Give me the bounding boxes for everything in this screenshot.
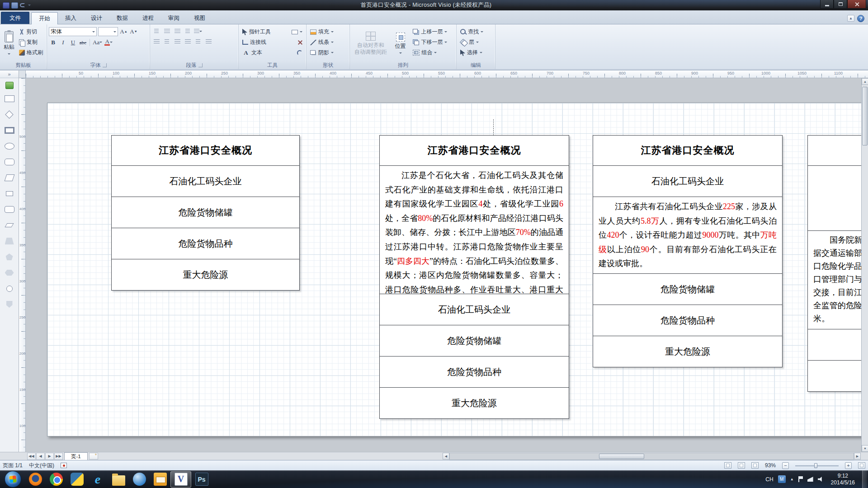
font-size-combo[interactable] bbox=[98, 27, 118, 36]
diagram-box[interactable]: 危险货物品种 bbox=[593, 305, 783, 336]
volume-icon[interactable] bbox=[818, 477, 824, 482]
page-indicator[interactable]: 页面 1/1 bbox=[3, 462, 23, 469]
last-page-button[interactable]: ▶▶ bbox=[54, 453, 63, 460]
network-icon[interactable] bbox=[807, 477, 813, 482]
diagram-text-box[interactable]: 江苏省共有石油化工码头企业225家，涉及从业人员大约5.8万人，拥有专业化石油化… bbox=[593, 197, 783, 274]
diagram-title-box[interactable]: 江苏省港口安全概况 bbox=[111, 135, 300, 166]
tab-view[interactable]: 视图 bbox=[187, 13, 212, 24]
language-status[interactable]: 中文(中国) bbox=[29, 462, 54, 469]
text-direction-button[interactable] bbox=[183, 27, 192, 36]
diagram-box[interactable] bbox=[807, 329, 868, 361]
callout-shape[interactable] bbox=[0, 154, 19, 170]
horizontal-scroll-track[interactable] bbox=[449, 453, 854, 460]
stencil-document-icon[interactable] bbox=[5, 82, 14, 89]
scroll-up-arrow[interactable]: ▲ bbox=[862, 78, 868, 85]
taskbar-thunderbird[interactable] bbox=[129, 471, 150, 488]
scroll-left-arrow[interactable]: ◀ bbox=[443, 453, 449, 460]
slanted-bar-shape[interactable] bbox=[0, 217, 19, 233]
diagram-box[interactable]: 危险货物储罐 bbox=[379, 325, 569, 357]
diagram-box[interactable]: 重大危险源 bbox=[379, 387, 569, 419]
pan-zoom-view-icon[interactable] bbox=[738, 462, 745, 469]
tab-data[interactable]: 数据 bbox=[109, 13, 135, 24]
vertical-scrollbar[interactable]: ▲ ▼ bbox=[861, 78, 868, 452]
diagram-box[interactable]: 危险货物储罐 bbox=[593, 273, 783, 305]
change-case-button[interactable]: Aa bbox=[92, 38, 103, 47]
taskbar-photoshop[interactable]: Ps bbox=[191, 471, 212, 488]
tab-insert[interactable]: 插入 bbox=[58, 13, 84, 24]
drawing-canvas[interactable]: 江苏省港口安全概况 石油化工码头企业 危险货物储罐 危险货物品种 重大危险源 江… bbox=[26, 78, 868, 452]
previous-page-button[interactable]: ◀ bbox=[36, 453, 45, 460]
diagram-box[interactable] bbox=[807, 135, 868, 166]
diagram-box[interactable]: 重大危险源 bbox=[593, 336, 783, 367]
horizontal-ruler[interactable]: 5010015020025030035040045050055060065070… bbox=[26, 70, 868, 78]
circle-shape[interactable] bbox=[0, 281, 19, 296]
trapezoid-shape[interactable] bbox=[0, 233, 19, 249]
align-top-button[interactable] bbox=[193, 38, 203, 46]
taskbar-outlook[interactable] bbox=[150, 471, 170, 488]
diagram-box[interactable]: 危险货物品种 bbox=[111, 228, 300, 259]
parallelogram-shape[interactable] bbox=[0, 170, 19, 186]
page-tab[interactable]: 页-1 bbox=[64, 452, 88, 460]
tab-process[interactable]: 进程 bbox=[135, 13, 161, 24]
bring-forward-button[interactable]: 上移一层 bbox=[411, 27, 454, 37]
visio-app-icon[interactable] bbox=[3, 2, 9, 9]
hexagon-shape[interactable] bbox=[0, 265, 19, 281]
horizontal-scrollbar[interactable]: ◀ ▶ bbox=[443, 452, 861, 460]
zoom-out-button[interactable]: − bbox=[782, 462, 789, 469]
action-center-icon[interactable] bbox=[798, 476, 803, 482]
switch-windows-icon[interactable] bbox=[751, 462, 759, 469]
bullets-button[interactable] bbox=[152, 27, 161, 36]
rectangle-tool-button[interactable] bbox=[290, 29, 304, 35]
rounded-rectangle-shape[interactable] bbox=[0, 202, 19, 217]
diagram-title-box[interactable]: 江苏省港口安全概况 bbox=[593, 135, 783, 166]
minimize-button[interactable] bbox=[820, 0, 834, 9]
ime-icon[interactable]: M bbox=[778, 475, 786, 483]
layers-button[interactable]: 层 bbox=[458, 38, 493, 47]
zoom-level[interactable]: 93% bbox=[765, 462, 776, 469]
align-center-button[interactable] bbox=[162, 38, 171, 46]
tab-review[interactable]: 审阅 bbox=[161, 13, 187, 24]
vertical-ruler[interactable]: 50045040035030025020015010050 bbox=[19, 78, 26, 452]
connector-tool-button[interactable]: 连接线 bbox=[241, 38, 268, 47]
show-desktop-button[interactable] bbox=[862, 470, 867, 488]
diamond-shape[interactable] bbox=[0, 107, 19, 122]
shadow-button[interactable]: 阴影 bbox=[308, 48, 348, 57]
group-button[interactable]: 组合 bbox=[411, 48, 454, 57]
cut-button[interactable]: 剪切 bbox=[17, 27, 45, 37]
hidden-icons-chevron-icon[interactable]: ▲ bbox=[790, 477, 794, 481]
fit-window-icon[interactable] bbox=[858, 462, 865, 469]
small-rectangle-shape[interactable] bbox=[0, 186, 19, 202]
ellipse-shape[interactable] bbox=[0, 138, 19, 154]
underline-button[interactable]: U bbox=[69, 38, 77, 47]
align-left-button[interactable] bbox=[152, 38, 161, 46]
zoom-slider[interactable] bbox=[795, 462, 839, 469]
grow-font-button[interactable]: A▲ bbox=[119, 28, 128, 36]
shrink-font-button[interactable]: A▼ bbox=[129, 28, 138, 36]
position-button[interactable]: 位置 bbox=[391, 26, 410, 61]
copy-button[interactable]: 复制 bbox=[17, 38, 45, 47]
diagram-box[interactable]: 石油化工码头企业 bbox=[379, 294, 569, 325]
line-button[interactable]: 线条 bbox=[308, 38, 348, 47]
tab-file[interactable]: 文件 bbox=[1, 12, 29, 24]
align-bottom-button[interactable] bbox=[204, 38, 213, 46]
italic-button[interactable]: I bbox=[59, 38, 67, 47]
line-spacing-button[interactable] bbox=[193, 27, 203, 36]
framed-rectangle-shape[interactable] bbox=[0, 122, 19, 138]
font-dialog-launcher-icon[interactable] bbox=[103, 63, 107, 67]
zoom-in-button[interactable]: + bbox=[845, 462, 852, 469]
close-button[interactable] bbox=[847, 0, 866, 9]
maximize-button[interactable] bbox=[834, 0, 847, 9]
pentagon-shape[interactable] bbox=[0, 249, 19, 265]
justify-button[interactable] bbox=[183, 38, 192, 46]
diagram-text-box[interactable]: 江苏是个石化大省，石油化工码头及其仓储式石化产业的基础支撑和生命线，依托沿江港口… bbox=[379, 165, 569, 294]
start-button[interactable] bbox=[5, 471, 21, 488]
horizontal-scroll-thumb[interactable] bbox=[599, 454, 644, 459]
diagram-box[interactable] bbox=[807, 360, 868, 392]
qat-menu-button[interactable] bbox=[27, 3, 32, 7]
next-page-button[interactable]: ▶ bbox=[45, 453, 54, 460]
fit-page-view-icon[interactable] bbox=[724, 462, 731, 469]
scroll-down-arrow[interactable]: ▼ bbox=[862, 445, 868, 452]
indent-increase-button[interactable] bbox=[173, 27, 182, 36]
pointer-tool-button[interactable]: 指针工具 bbox=[241, 27, 273, 37]
diagram-title-box[interactable]: 江苏省港口安全概况 bbox=[379, 135, 569, 166]
